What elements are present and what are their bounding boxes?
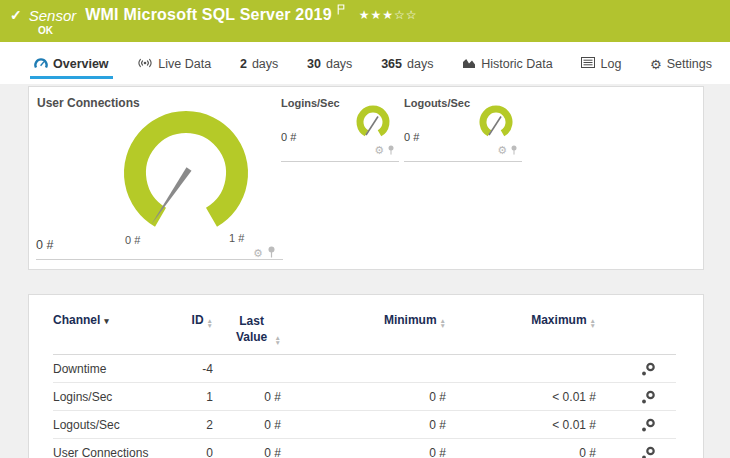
edit-channel-icon[interactable] — [641, 446, 656, 458]
tab-historic-data[interactable]: Historic Data — [458, 48, 557, 79]
tab-label: days — [407, 57, 433, 71]
col-label: Channel — [53, 313, 100, 327]
cell-id: 1 — [158, 390, 213, 404]
table-row: User Connections 0 0 # 0 # 0 # — [53, 439, 676, 458]
cell-channel: Logouts/Sec — [53, 418, 158, 432]
tab-label: Overview — [53, 57, 109, 71]
edit-channel-icon[interactable] — [641, 418, 656, 432]
col-header-id[interactable]: ID▲▼ — [158, 313, 213, 328]
table-row: Logouts/Sec 2 0 # 0 # < 0.01 # — [53, 411, 676, 439]
tab-label: Log — [600, 57, 621, 71]
gauge-title: Logouts/Sec — [404, 97, 470, 109]
cell-minimum: 0 # — [281, 446, 446, 458]
col-label: Minimum — [384, 313, 437, 327]
channels-panel: Channel▾ ID▲▼ Last Value▲▼ Minimum▲▼ Max… — [28, 294, 704, 458]
channel-table-header: Channel▾ ID▲▼ Last Value▲▼ Minimum▲▼ Max… — [53, 313, 676, 355]
channel-table: Channel▾ ID▲▼ Last Value▲▼ Minimum▲▼ Max… — [29, 295, 703, 458]
logins-sec-gauge: Logins/Sec 0 # ⚙ — [281, 95, 399, 162]
sensor-title: WMI Microsoft SQL Server 2019 — [85, 6, 331, 24]
col-header-minimum[interactable]: Minimum▲▼ — [281, 313, 446, 328]
tab-log[interactable]: Log — [577, 48, 625, 78]
logouts-sec-gauge: Logouts/Sec 0 # ⚙ — [404, 95, 522, 162]
tab-number: 30 — [307, 57, 321, 71]
tab-label: Settings — [667, 57, 712, 71]
prtg-sensor-page: ✓ Sensor WMI Microsoft SQL Server 2019 ★… — [0, 0, 730, 458]
gauge-current-value: 0 # — [36, 238, 53, 252]
tab-label: days — [326, 57, 352, 71]
cell-last-value: 0 # — [213, 446, 281, 458]
cell-channel: User Connections — [53, 446, 158, 458]
sensor-status-bar: ✓ Sensor WMI Microsoft SQL Server 2019 ★… — [0, 0, 730, 42]
cell-last-value: 0 # — [213, 418, 281, 432]
gauge-scale-max: 1 # — [229, 232, 244, 244]
filter-caret-icon: ▾ — [104, 316, 109, 326]
tab-2-days[interactable]: 2 days — [236, 48, 282, 78]
gauge-settings-gear-icon[interactable]: ⚙ — [253, 248, 263, 259]
gauge-settings-gear-icon[interactable]: ⚙ — [497, 145, 507, 156]
cell-id: 2 — [158, 418, 213, 432]
log-list-icon — [581, 57, 595, 71]
tab-bar: Overview Live Data 2 days 30 days 365 da… — [0, 42, 730, 84]
overview-gauge-icon — [34, 57, 48, 72]
pin-icon[interactable] — [387, 141, 395, 159]
cell-id: -4 — [158, 362, 213, 376]
edit-channel-icon[interactable] — [641, 390, 656, 404]
cell-minimum: 0 # — [281, 390, 446, 404]
tab-label: days — [252, 57, 278, 71]
tab-label: Live Data — [158, 57, 211, 71]
gauge-current-value: 0 # — [281, 131, 296, 143]
user-connections-gauge: User Connections 0 # 1 # 0 # ⚙ — [29, 87, 291, 271]
cell-id: 0 — [158, 446, 213, 458]
stars-filled[interactable]: ★★★ — [359, 8, 394, 22]
gauge-title: Logins/Sec — [281, 97, 340, 109]
tab-number: 2 — [240, 57, 247, 71]
col-header-last-value[interactable]: Last Value▲▼ — [213, 313, 281, 345]
live-signal-icon — [137, 57, 153, 72]
edit-channel-icon[interactable] — [641, 362, 656, 376]
table-row: Logins/Sec 1 0 # 0 # < 0.01 # — [53, 383, 676, 411]
gauge-current-value: 0 # — [404, 131, 419, 143]
cell-maximum: < 0.01 # — [446, 390, 596, 404]
col-header-maximum[interactable]: Maximum▲▼ — [446, 313, 596, 328]
pin-icon[interactable] — [510, 141, 518, 159]
sort-icon: ▲▼ — [275, 336, 281, 345]
cell-maximum: 0 # — [446, 446, 596, 458]
tab-365-days[interactable]: 365 days — [377, 48, 437, 78]
logins-gauge-chart — [351, 105, 395, 145]
cell-minimum: 0 # — [281, 418, 446, 432]
table-row: Downtime -4 — [53, 355, 676, 383]
priority-flag-icon[interactable] — [337, 1, 345, 19]
gear-icon: ⚙ — [650, 58, 662, 71]
gauges-panel: User Connections 0 # 1 # 0 # ⚙ Logins/Se… — [28, 86, 704, 270]
col-label: ID — [192, 313, 204, 327]
cell-last-value: 0 # — [213, 390, 281, 404]
cell-channel: Logins/Sec — [53, 390, 158, 404]
gauge-settings-gear-icon[interactable]: ⚙ — [374, 145, 384, 156]
ok-check-icon: ✓ — [10, 7, 22, 23]
col-label: Last Value — [232, 313, 272, 345]
priority-stars[interactable]: ★★★☆☆ — [359, 8, 418, 22]
user-connections-gauge-chart — [111, 98, 261, 248]
sensor-status-text: OK — [38, 25, 53, 36]
gauge-scale-min: 0 # — [125, 234, 140, 246]
stars-empty[interactable]: ☆☆ — [394, 8, 418, 22]
area-chart-icon — [462, 57, 476, 72]
tab-30-days[interactable]: 30 days — [303, 48, 356, 78]
tab-label: Historic Data — [481, 57, 553, 71]
logouts-gauge-chart — [474, 105, 518, 145]
tab-live-data[interactable]: Live Data — [133, 48, 215, 79]
col-header-channel[interactable]: Channel▾ — [53, 313, 158, 327]
cell-maximum: < 0.01 # — [446, 418, 596, 432]
tab-settings[interactable]: ⚙ Settings — [646, 48, 716, 78]
sort-icon: ▲▼ — [590, 319, 596, 328]
tab-number: 365 — [381, 57, 402, 71]
object-kind-label: Sensor — [29, 7, 77, 24]
col-label: Maximum — [531, 313, 586, 327]
cell-channel: Downtime — [53, 362, 158, 376]
divider — [36, 259, 283, 260]
tab-overview[interactable]: Overview — [30, 48, 113, 79]
